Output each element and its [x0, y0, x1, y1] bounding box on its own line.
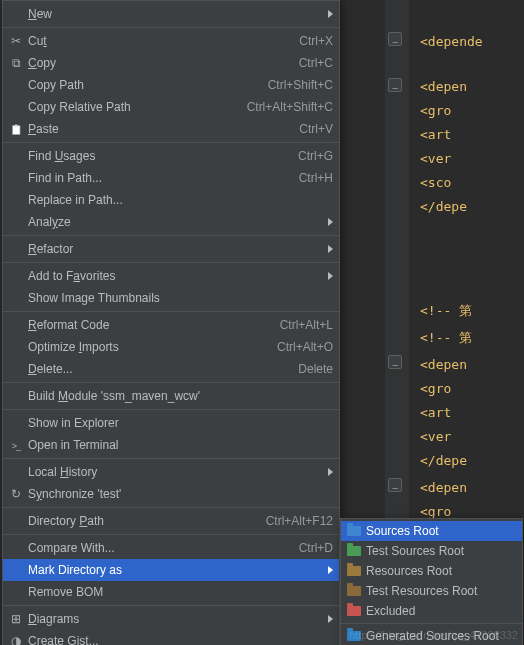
menu-item-refactor[interactable]: Refactor: [3, 238, 339, 260]
submenu-item-test-resources-root[interactable]: Test Resources Root: [341, 581, 522, 601]
menu-item-remove-bom[interactable]: Remove BOM: [3, 581, 339, 603]
menu-item-label: Directory Path: [25, 514, 256, 528]
icon-placeholder: [7, 170, 25, 186]
github-icon: [7, 633, 25, 645]
menu-shortcut: Ctrl+Shift+C: [258, 78, 333, 92]
submenu-item-resources-root[interactable]: Resources Root: [341, 561, 522, 581]
menu-item-label: Copy: [25, 56, 289, 70]
menu-item-label: Build Module 'ssm_maven_wcw': [25, 389, 333, 403]
submenu-item-test-sources-root[interactable]: Test Sources Root: [341, 541, 522, 561]
menu-separator: [341, 623, 522, 624]
menu-item-mark-directory-as[interactable]: Mark Directory as: [3, 559, 339, 581]
menu-item-label: Find in Path...: [25, 171, 289, 185]
menu-item-new[interactable]: New: [3, 3, 339, 25]
menu-item-local-history[interactable]: Local History: [3, 461, 339, 483]
submenu-item-label: Resources Root: [363, 564, 516, 578]
menu-item-build-module-ssm-maven-wcw[interactable]: Build Module 'ssm_maven_wcw': [3, 385, 339, 407]
submenu-item-label: Excluded: [363, 604, 516, 618]
submenu-arrow-icon: [328, 10, 333, 18]
menu-item-create-gist[interactable]: Create Gist...: [3, 630, 339, 645]
menu-item-replace-in-path[interactable]: Replace in Path...: [3, 189, 339, 211]
menu-item-add-to-favorites[interactable]: Add to Favorites: [3, 265, 339, 287]
editor-line: <depen: [420, 353, 467, 377]
icon-placeholder: [7, 464, 25, 480]
menu-item-reformat-code[interactable]: Reformat CodeCtrl+Alt+L: [3, 314, 339, 336]
menu-shortcut: Ctrl+Alt+O: [267, 340, 333, 354]
icon-placeholder: [7, 6, 25, 22]
submenu-arrow-icon: [328, 272, 333, 280]
menu-item-find-usages[interactable]: Find UsagesCtrl+G: [3, 145, 339, 167]
menu-item-find-in-path[interactable]: Find in Path...Ctrl+H: [3, 167, 339, 189]
menu-item-directory-path[interactable]: Directory PathCtrl+Alt+F12: [3, 510, 339, 532]
editor-line: <!-- 第: [420, 326, 472, 350]
menu-separator: [3, 27, 339, 28]
menu-item-copy[interactable]: CopyCtrl+C: [3, 52, 339, 74]
menu-item-diagrams[interactable]: Diagrams: [3, 608, 339, 630]
editor-line: <art: [420, 401, 451, 425]
editor-line: <depen: [420, 75, 467, 99]
fold-marker[interactable]: [388, 32, 402, 46]
menu-separator: [3, 458, 339, 459]
mark-directory-submenu: Sources RootTest Sources RootResources R…: [340, 518, 523, 645]
icon-placeholder: [7, 317, 25, 333]
menu-item-show-image-thumbnails[interactable]: Show Image Thumbnails: [3, 287, 339, 309]
menu-separator: [3, 534, 339, 535]
editor-line: <sco: [420, 171, 451, 195]
icon-placeholder: [7, 415, 25, 431]
menu-item-open-in-terminal[interactable]: Open in Terminal: [3, 434, 339, 456]
icon-placeholder: [7, 540, 25, 556]
menu-shortcut: Ctrl+H: [289, 171, 333, 185]
menu-separator: [3, 311, 339, 312]
folder-icon: [345, 603, 363, 619]
menu-shortcut: Ctrl+C: [289, 56, 333, 70]
menu-shortcut: Ctrl+Alt+Shift+C: [237, 100, 333, 114]
menu-item-show-in-explorer[interactable]: Show in Explorer: [3, 412, 339, 434]
submenu-item-excluded[interactable]: Excluded: [341, 601, 522, 621]
submenu-item-sources-root[interactable]: Sources Root: [341, 521, 522, 541]
menu-separator: [3, 409, 339, 410]
menu-item-paste[interactable]: PasteCtrl+V: [3, 118, 339, 140]
submenu-arrow-icon: [328, 218, 333, 226]
fold-marker[interactable]: [388, 478, 402, 492]
menu-shortcut: Ctrl+X: [289, 34, 333, 48]
menu-separator: [3, 507, 339, 508]
menu-item-label: New: [25, 7, 322, 21]
menu-item-label: Open in Terminal: [25, 438, 333, 452]
folder-icon: [345, 583, 363, 599]
menu-item-compare-with[interactable]: Compare With...Ctrl+D: [3, 537, 339, 559]
menu-item-copy-path[interactable]: Copy PathCtrl+Shift+C: [3, 74, 339, 96]
menu-item-label: Show in Explorer: [25, 416, 333, 430]
watermark: https://blog.csdn.net/qq_41386332: [349, 629, 518, 641]
menu-separator: [3, 262, 339, 263]
menu-item-label: Copy Relative Path: [25, 100, 237, 114]
editor-line: <ver: [420, 147, 451, 171]
menu-item-label: Delete...: [25, 362, 288, 376]
icon-placeholder: [7, 513, 25, 529]
menu-item-optimize-imports[interactable]: Optimize ImportsCtrl+Alt+O: [3, 336, 339, 358]
menu-item-label: Copy Path: [25, 78, 258, 92]
menu-item-label: Analyze: [25, 215, 322, 229]
editor-line: </depe: [420, 449, 467, 473]
menu-item-delete[interactable]: Delete...Delete: [3, 358, 339, 380]
icon-placeholder: [7, 388, 25, 404]
copy-icon: [7, 55, 25, 71]
menu-shortcut: Delete: [288, 362, 333, 376]
editor-line: <!-- 第: [420, 299, 472, 323]
menu-item-synchronize-test[interactable]: Synchronize 'test': [3, 483, 339, 505]
menu-shortcut: Ctrl+V: [289, 122, 333, 136]
menu-item-analyze[interactable]: Analyze: [3, 211, 339, 233]
menu-item-cut[interactable]: CutCtrl+X: [3, 30, 339, 52]
folder-icon: [345, 523, 363, 539]
fold-marker[interactable]: [388, 78, 402, 92]
menu-item-label: Local History: [25, 465, 322, 479]
menu-item-copy-relative-path[interactable]: Copy Relative PathCtrl+Alt+Shift+C: [3, 96, 339, 118]
menu-shortcut: Ctrl+G: [288, 149, 333, 163]
menu-item-label: Synchronize 'test': [25, 487, 333, 501]
submenu-arrow-icon: [328, 468, 333, 476]
fold-marker[interactable]: [388, 355, 402, 369]
menu-item-label: Cut: [25, 34, 289, 48]
submenu-arrow-icon: [328, 245, 333, 253]
menu-item-label: Create Gist...: [25, 634, 333, 645]
icon-placeholder: [7, 268, 25, 284]
editor-line: </depe: [420, 195, 467, 219]
